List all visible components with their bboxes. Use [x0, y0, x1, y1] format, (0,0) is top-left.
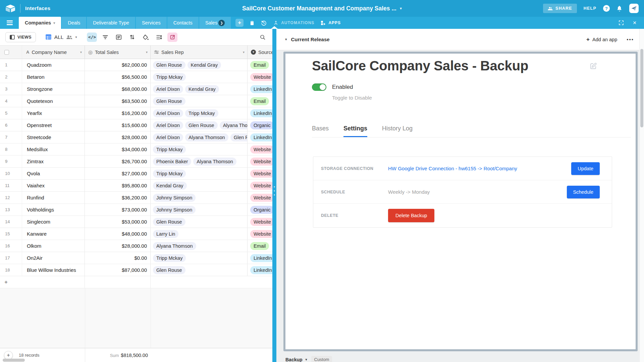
cell-company-name[interactable]: Blue Willow Industries: [22, 264, 85, 276]
trash-button[interactable]: [250, 20, 255, 26]
cell-total-sales[interactable]: $26,700.00: [85, 156, 151, 167]
cell-total-sales[interactable]: $0.00: [85, 252, 151, 264]
cell-total-sales[interactable]: $68,000.00: [85, 83, 151, 95]
cell-source[interactable]: LinkedIn: [248, 83, 272, 95]
help-button[interactable]: HELP: [584, 6, 596, 11]
cell-source[interactable]: Website: [248, 71, 272, 83]
sort-button[interactable]: [127, 33, 137, 42]
header-total-sales[interactable]: ◎ Total Sales ▾: [85, 46, 151, 59]
update-button[interactable]: Update: [571, 162, 600, 175]
cell-company-name[interactable]: Quotetexon: [22, 95, 85, 107]
cell-sales-rep[interactable]: Ariel DixonGlen RouseAlyana Thomson: [151, 119, 248, 131]
cell-sales-rep[interactable]: Tripp Mckay: [151, 71, 248, 83]
cell-company-name[interactable]: Zimtrax: [22, 156, 85, 167]
horizontal-scrollbar[interactable]: [3, 359, 25, 362]
cell-sales-rep[interactable]: Alyana Thomson: [151, 240, 248, 252]
cell-source[interactable]: Email: [248, 95, 272, 107]
cell-total-sales[interactable]: $87,000.00: [85, 264, 151, 276]
cell-company-name[interactable]: Qvola: [22, 168, 85, 179]
cell-source[interactable]: LinkedIn: [248, 264, 272, 276]
cell-source[interactable]: Website: [248, 156, 272, 167]
search-button[interactable]: [260, 34, 266, 40]
cell-source[interactable]: Email: [248, 59, 272, 71]
tab-deliverable-type[interactable]: Deliverable Type: [87, 17, 135, 29]
cell-company-name[interactable]: Olkom: [22, 240, 85, 252]
current-release-toggle[interactable]: ▾ Current Release: [285, 37, 330, 42]
share-button[interactable]: SHARE: [543, 4, 577, 13]
cell-sales-rep[interactable]: Ariel DixonTripp Mckay: [151, 107, 248, 119]
cell-total-sales[interactable]: $73,000.00: [85, 204, 151, 216]
edit-title-button[interactable]: [589, 62, 597, 70]
hide-fields-button[interactable]: </>: [87, 33, 97, 42]
add-table-button[interactable]: +: [235, 19, 244, 27]
cell-sales-rep[interactable]: Larry Lin: [151, 228, 248, 240]
cell-sales-rep[interactable]: Phoenix BakerAlyana Thomson: [151, 156, 248, 167]
add-row[interactable]: +: [0, 276, 272, 288]
view-switcher[interactable]: ALL ▾: [45, 34, 77, 40]
schedule-button[interactable]: Schedule: [567, 186, 600, 198]
cell-company-name[interactable]: Voltholdings: [22, 204, 85, 216]
cell-total-sales[interactable]: $95,800.00: [85, 180, 151, 191]
cell-sales-rep[interactable]: Johnny Simpson: [151, 192, 248, 203]
header-checkbox-cell[interactable]: [0, 46, 22, 59]
help-question-icon[interactable]: ?: [603, 5, 610, 12]
cell-company-name[interactable]: Quadzoom: [22, 59, 85, 71]
cell-sales-rep[interactable]: Johnny Simpson: [151, 204, 248, 216]
tab-scroll-right-icon[interactable]: ❯: [218, 20, 225, 26]
views-button[interactable]: VIEWS: [5, 32, 36, 42]
cell-total-sales[interactable]: $56,500.00: [85, 71, 151, 83]
cell-company-name[interactable]: Yearfix: [22, 107, 85, 119]
cell-company-name[interactable]: Singlecom: [22, 216, 85, 228]
select-all-checkbox[interactable]: [4, 50, 9, 55]
cell-company-name[interactable]: Runfind: [22, 192, 85, 203]
automations-button[interactable]: AUTOMATIONS: [273, 20, 314, 26]
cell-source[interactable]: LinkedIn: [248, 131, 272, 143]
delete-backup-button[interactable]: Delete Backup: [388, 209, 434, 222]
sum-cell[interactable]: Sum $818,500.00: [85, 353, 151, 358]
cell-source[interactable]: Website: [248, 216, 272, 228]
fullscreen-icon[interactable]: [619, 20, 624, 25]
cell-sales-rep[interactable]: Ariel DixonKendal Gray: [151, 83, 248, 95]
cell-total-sales[interactable]: $48,000.00: [85, 228, 151, 240]
cell-company-name[interactable]: Openstreet: [22, 119, 85, 131]
history-button[interactable]: [261, 20, 267, 26]
cell-source[interactable]: Organic: [248, 119, 272, 131]
add-row-plus-icon[interactable]: +: [0, 276, 22, 288]
cell-total-sales[interactable]: $36,200.00: [85, 192, 151, 203]
tab-deals[interactable]: Deals: [62, 17, 86, 29]
cell-source[interactable]: Email: [248, 240, 272, 252]
column-caret-icon[interactable]: ▾: [243, 50, 245, 54]
header-sales-rep[interactable]: Sales Rep ▾: [151, 46, 248, 59]
close-panel-icon[interactable]: ✕: [633, 20, 637, 25]
cell-source[interactable]: Website: [248, 143, 272, 155]
cell-total-sales[interactable]: $53,000.00: [85, 216, 151, 228]
cell-source[interactable]: Website: [248, 192, 272, 203]
tab-sales[interactable]: Sales❯: [199, 17, 231, 29]
cell-source[interactable]: Website: [248, 228, 272, 240]
cell-sales-rep[interactable]: Glen Rouse: [151, 95, 248, 107]
cell-total-sales[interactable]: $62,000.00: [85, 59, 151, 71]
enabled-toggle[interactable]: [312, 83, 326, 91]
cell-sales-rep[interactable]: Glen RouseKendal Gray: [151, 59, 248, 71]
cell-total-sales[interactable]: $28,000.00: [85, 240, 151, 252]
row-height-button[interactable]: [154, 33, 164, 42]
cell-total-sales[interactable]: $27,000.00: [85, 168, 151, 179]
hamburger-menu-icon[interactable]: [7, 17, 13, 29]
title-caret-icon[interactable]: ▾: [400, 6, 402, 11]
storage-connection-link[interactable]: HW Google Drive Connection - hw6155 -> R…: [388, 166, 517, 171]
cell-total-sales[interactable]: $28,000.00: [85, 131, 151, 143]
panel-scrollbar-thumb[interactable]: [640, 49, 643, 127]
tab-companies[interactable]: Companies▾: [19, 17, 61, 29]
cell-total-sales[interactable]: $34,000.00: [85, 143, 151, 155]
header-company-name[interactable]: A Company Name ▾: [22, 46, 85, 59]
color-button[interactable]: [141, 33, 151, 42]
panel-more-options-icon[interactable]: •••: [627, 38, 634, 41]
tab-settings[interactable]: Settings: [343, 125, 367, 137]
backup-dropdown[interactable]: Backup ▼: [285, 357, 308, 362]
notifications-bell-icon[interactable]: [616, 5, 623, 12]
cell-source[interactable]: LinkedIn: [248, 252, 272, 264]
cell-company-name[interactable]: Vaiahex: [22, 180, 85, 191]
column-caret-icon[interactable]: ▾: [80, 50, 82, 54]
cell-source[interactable]: Website: [248, 180, 272, 191]
cell-total-sales[interactable]: $63,500.00: [85, 95, 151, 107]
